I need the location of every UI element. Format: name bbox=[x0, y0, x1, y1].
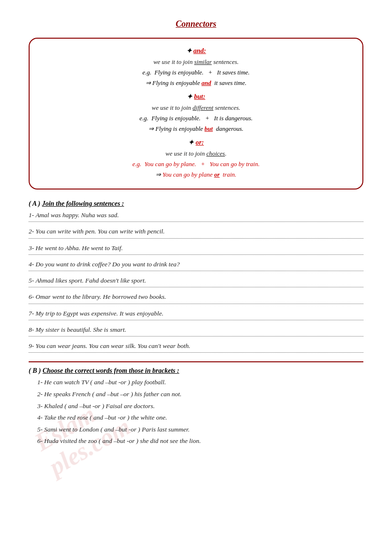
exercise-item: 9- You can wear jeans. You can wear silk… bbox=[29, 341, 363, 353]
section-b-item: 3- Khaled ( and –but -or ) Faisal are do… bbox=[29, 401, 363, 411]
info-box: ✦ and: we use it to join similar sentenc… bbox=[29, 38, 363, 190]
but-example2: ⇒ Flying is enjoyable but dangerous. bbox=[44, 124, 348, 134]
exercise-item: 7- My trip to Egypt was expensive. It wa… bbox=[29, 309, 363, 320]
but-title: ✦ but: bbox=[44, 91, 348, 103]
section-b-item: 6- Huda visited the zoo ( and –but -or )… bbox=[29, 436, 363, 446]
exercise-item: 4- Do you want to drink coffee? Do you w… bbox=[29, 260, 363, 271]
section-a-label: ( A ) Join the following sentences : bbox=[29, 200, 363, 208]
or-example1: e.g. You can go by plane. + You can go b… bbox=[44, 159, 348, 169]
section-b-item: 5- Sami went to London ( and –but -or ) … bbox=[29, 424, 363, 435]
section-a-exercises: 1- Amal was happy. Nuha was sad. 2- You … bbox=[29, 211, 363, 353]
exercise-item: 3- He went to Abha. He went to Taif. bbox=[29, 243, 363, 255]
section-b-exercises: 1- He can watch TV ( and –but -or ) play… bbox=[29, 377, 363, 446]
exercise-item: 1- Amal was happy. Nuha was sad. bbox=[29, 211, 363, 222]
page-title: Connectors bbox=[29, 19, 363, 29]
exercise-item: 2- You can write with pen. You can write… bbox=[29, 227, 363, 238]
or-example2: ⇒ You can go by plane or train. bbox=[44, 169, 348, 180]
and-example1: e.g. Flying is enjoyable. + It saves tim… bbox=[44, 67, 348, 78]
exercise-item: 8- My sister is beautiful. She is smart. bbox=[29, 325, 363, 337]
section-divider bbox=[29, 361, 363, 362]
and-title: ✦ and: bbox=[44, 45, 348, 57]
but-desc: we use it to join different sentences. bbox=[44, 103, 348, 113]
exercise-item: 6- Omar went to the library. He borrowed… bbox=[29, 292, 363, 304]
or-desc: we use it to join choices. bbox=[44, 148, 348, 159]
but-example1: e.g. Flying is enjoyable. + It is danger… bbox=[44, 113, 348, 124]
section-b-item: 2- He speaks French ( and –but –or ) his… bbox=[29, 389, 363, 400]
or-title: ✦ or: bbox=[44, 137, 348, 148]
exercise-item: 5- Ahmad likes sport. Fahd doesn't like … bbox=[29, 276, 363, 287]
section-b-item: 1- He can watch TV ( and –but -or ) play… bbox=[29, 377, 363, 388]
and-desc: we use it to join similar sentences. bbox=[44, 57, 348, 67]
and-example2: ⇒ Flying is enjoyable and it saves time. bbox=[44, 78, 348, 88]
section-b-item: 4- Take the red rose ( and –but -or ) th… bbox=[29, 412, 363, 423]
section-b-label: ( B ) Choose the correct words from thos… bbox=[29, 367, 363, 375]
